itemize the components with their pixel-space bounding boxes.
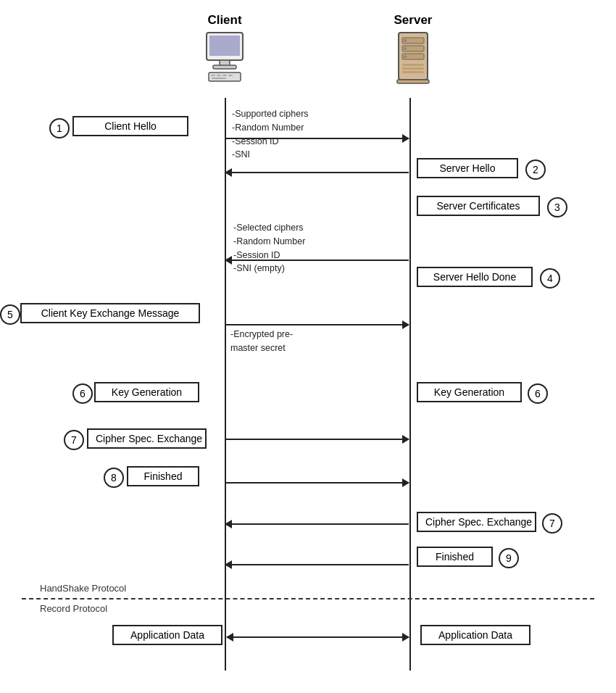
step-6b-circle: 6 bbox=[528, 383, 548, 404]
server-hello-done-box: Server Hello Done bbox=[417, 267, 533, 287]
svg-rect-19 bbox=[402, 71, 424, 73]
step-9-circle: 9 bbox=[499, 548, 519, 568]
svg-rect-6 bbox=[217, 75, 221, 76]
server-timeline bbox=[409, 98, 411, 671]
app-data-server-box: Application Data bbox=[420, 625, 530, 645]
annot-arrow5: -Encrypted pre-master secret bbox=[230, 328, 293, 355]
cipher-spec-server-box: Cipher Spec. Exchange bbox=[417, 512, 536, 532]
client-icon bbox=[196, 29, 254, 90]
svg-rect-4 bbox=[209, 72, 241, 81]
handshake-label: HandShake Protocol bbox=[40, 583, 126, 594]
step-5-circle: 5 bbox=[0, 304, 20, 325]
step-4-circle: 4 bbox=[540, 268, 560, 289]
app-data-client-box: Application Data bbox=[112, 625, 222, 645]
svg-rect-12 bbox=[404, 39, 407, 42]
client-label: Client bbox=[192, 13, 257, 28]
key-gen-server-box: Key Generation bbox=[417, 382, 522, 402]
server-label: Server bbox=[384, 13, 442, 28]
svg-rect-16 bbox=[404, 55, 407, 58]
client-key-exchange-box: Client Key Exchange Message bbox=[20, 303, 200, 323]
svg-rect-18 bbox=[402, 67, 424, 70]
arrow-finished-client bbox=[225, 482, 409, 484]
protocol-divider bbox=[22, 598, 594, 599]
diagram: Client Server bbox=[0, 0, 616, 693]
finished-server-box: Finished bbox=[417, 547, 493, 567]
svg-rect-3 bbox=[213, 65, 236, 69]
step-8-circle: 8 bbox=[104, 468, 124, 488]
step-6a-circle: 6 bbox=[72, 383, 93, 404]
arrow-key-exchange bbox=[225, 324, 409, 325]
step-1-circle: 1 bbox=[49, 118, 70, 138]
arrow-app-data bbox=[227, 636, 409, 638]
arrow-cipher-client bbox=[225, 439, 409, 440]
svg-rect-14 bbox=[404, 47, 407, 50]
svg-rect-7 bbox=[222, 75, 227, 76]
client-hello-box: Client Hello bbox=[72, 116, 188, 136]
client-timeline bbox=[225, 98, 226, 671]
finished-client-box: Finished bbox=[127, 466, 199, 486]
annot-arrow3: -Selected ciphers-Random Number-Session … bbox=[233, 221, 305, 275]
record-label: Record Protocol bbox=[40, 603, 107, 614]
arrow-finished-server bbox=[225, 564, 409, 565]
arrow-server-certs bbox=[225, 260, 409, 261]
step-7b-circle: 7 bbox=[542, 513, 562, 534]
server-certs-box: Server Certificates bbox=[417, 196, 540, 216]
svg-rect-17 bbox=[402, 64, 424, 66]
cipher-spec-client-box: Cipher Spec. Exchange bbox=[87, 428, 207, 449]
server-hello-box: Server Hello bbox=[417, 158, 518, 178]
arrow-server-hello bbox=[225, 172, 409, 173]
svg-rect-9 bbox=[212, 78, 226, 79]
key-gen-client-box: Key Generation bbox=[94, 382, 199, 402]
svg-rect-8 bbox=[228, 75, 233, 76]
step-2-circle: 2 bbox=[525, 159, 546, 180]
annot-arrow1: -Supported ciphers-Random Number-Session… bbox=[232, 107, 309, 162]
server-icon bbox=[384, 29, 442, 90]
arrow-cipher-server bbox=[225, 523, 409, 525]
step-3-circle: 3 bbox=[547, 197, 567, 217]
step-7a-circle: 7 bbox=[64, 430, 84, 450]
svg-rect-20 bbox=[397, 80, 429, 83]
svg-rect-5 bbox=[211, 75, 215, 76]
svg-rect-1 bbox=[209, 36, 240, 56]
